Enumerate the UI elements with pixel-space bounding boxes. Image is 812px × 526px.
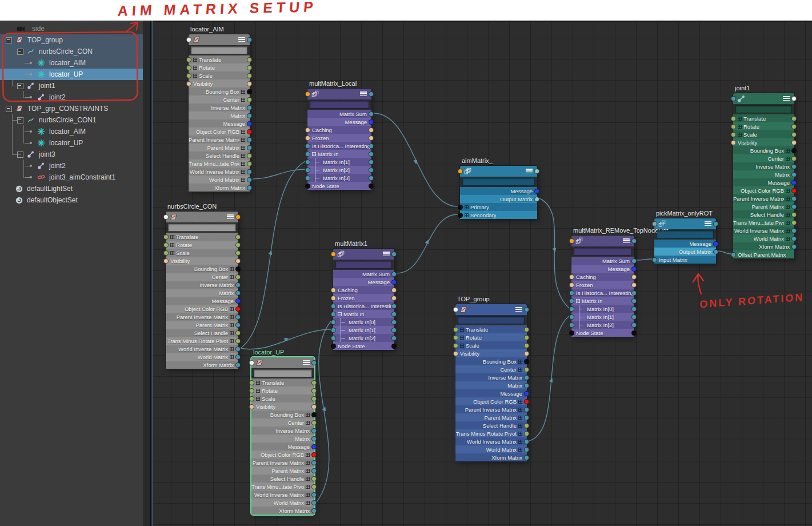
output-port[interactable]: [631, 314, 637, 320]
expand-icon[interactable]: [460, 328, 464, 332]
node-menu-icon[interactable]: [383, 252, 390, 257]
expand-icon[interactable]: [230, 275, 234, 279]
expand-icon[interactable]: [230, 267, 234, 271]
input-port[interactable]: [249, 360, 254, 365]
output-port[interactable]: [369, 119, 374, 125]
output-port[interactable]: [524, 307, 529, 312]
input-port[interactable]: [453, 335, 458, 340]
input-port[interactable]: [305, 136, 310, 141]
output-port[interactable]: [311, 492, 317, 497]
input-port[interactable]: [163, 214, 169, 220]
input-port[interactable]: [249, 396, 254, 401]
expand-icon[interactable]: [518, 360, 522, 364]
input-port[interactable]: [569, 330, 574, 336]
input-port[interactable]: [652, 257, 657, 262]
node-name-field[interactable]: [254, 369, 312, 377]
node-menu-icon[interactable]: [238, 37, 245, 42]
output-port[interactable]: [713, 249, 718, 254]
node-menu-icon[interactable]: [783, 96, 790, 101]
expand-icon[interactable]: [256, 397, 260, 401]
input-port[interactable]: [731, 252, 736, 257]
outliner-item-locator_UP[interactable]: locator_UP: [0, 69, 143, 80]
output-port[interactable]: [311, 484, 317, 489]
output-port[interactable]: [235, 362, 241, 368]
input-port[interactable]: [249, 404, 254, 409]
expand-icon[interactable]: [518, 424, 522, 428]
outliner-item-defaultLightSet[interactable]: defaultLightSet: [0, 183, 143, 194]
input-port[interactable]: [186, 81, 191, 86]
expand-icon[interactable]: [518, 416, 522, 420]
input-port[interactable]: [731, 96, 736, 101]
node-menu-icon[interactable]: [623, 238, 630, 244]
expand-icon[interactable]: [230, 323, 234, 327]
output-port[interactable]: [369, 152, 374, 157]
input-port[interactable]: [331, 336, 336, 341]
graph-node-multMatrix_REMove_TopNodeRot[interactable]: multMatrix_REMove_TopNodeRotMatrix SumMe…: [571, 236, 634, 337]
output-port[interactable]: [631, 322, 637, 328]
output-port[interactable]: [791, 220, 797, 225]
expand-collapse-icon[interactable]: [6, 106, 12, 112]
output-port[interactable]: [247, 73, 252, 78]
output-port[interactable]: [631, 330, 637, 336]
input-port[interactable]: [186, 37, 191, 42]
expand-icon[interactable]: [786, 229, 790, 233]
expand-icon[interactable]: [786, 237, 790, 241]
output-port[interactable]: [791, 228, 797, 233]
outliner-item-defaultObjectSet[interactable]: defaultObjectSet: [0, 194, 143, 206]
expand-collapse-icon[interactable]: [17, 152, 23, 158]
input-port[interactable]: [305, 127, 310, 133]
output-port[interactable]: [791, 164, 797, 169]
collapse-icon[interactable]: [312, 152, 316, 156]
input-port[interactable]: [731, 140, 736, 145]
graph-node-multMatrix_Local[interactable]: multMatrix_LocalMatrix SumMessageCaching…: [307, 89, 371, 190]
node-name-field[interactable]: [335, 261, 392, 269]
output-port[interactable]: [311, 360, 317, 365]
expand-icon[interactable]: [306, 485, 310, 489]
expand-icon[interactable]: [786, 221, 790, 225]
input-port[interactable]: [331, 304, 336, 309]
input-port[interactable]: [453, 307, 458, 312]
input-port[interactable]: [305, 176, 310, 181]
output-port[interactable]: [524, 359, 529, 364]
input-port[interactable]: [249, 388, 254, 393]
graph-node-aimMatrix_[interactable]: aimMatrix_MessageOutput MatrixPrimarySec…: [460, 166, 537, 219]
output-port[interactable]: [369, 160, 374, 165]
output-port[interactable]: [631, 258, 637, 264]
output-port[interactable]: [235, 322, 241, 328]
input-port[interactable]: [331, 288, 336, 293]
outliner-item-nurbsCircle_CON1[interactable]: nurbsCircle_CON1: [0, 114, 143, 126]
output-port[interactable]: [791, 244, 797, 249]
expand-icon[interactable]: [230, 347, 234, 351]
output-port[interactable]: [791, 188, 797, 193]
output-port[interactable]: [247, 177, 252, 182]
output-port[interactable]: [311, 460, 317, 465]
input-port[interactable]: [731, 124, 736, 129]
output-port[interactable]: [791, 132, 797, 137]
expand-icon[interactable]: [241, 162, 245, 166]
input-port[interactable]: [569, 282, 574, 288]
input-port[interactable]: [331, 328, 336, 333]
output-port[interactable]: [235, 290, 241, 296]
expand-icon[interactable]: [256, 381, 260, 385]
output-port[interactable]: [791, 116, 797, 121]
output-port[interactable]: [235, 330, 241, 336]
input-port[interactable]: [569, 314, 574, 320]
output-port[interactable]: [791, 148, 797, 153]
output-port[interactable]: [713, 241, 718, 246]
output-port[interactable]: [369, 176, 374, 181]
output-port[interactable]: [311, 380, 317, 385]
input-port[interactable]: [186, 73, 191, 78]
graph-node-locator_AIM[interactable]: locator_AIMTranslateRotateScaleVisibilit…: [189, 34, 250, 192]
output-port[interactable]: [311, 476, 317, 481]
node-header[interactable]: [333, 249, 394, 260]
expand-icon[interactable]: [786, 205, 790, 209]
node-name-field[interactable]: [574, 248, 632, 256]
output-port[interactable]: [369, 111, 374, 117]
outliner-item-TOP_grp_CONSTRAINTS[interactable]: TOP_grp_CONSTRAINTS: [0, 103, 143, 114]
expand-icon[interactable]: [786, 213, 790, 217]
input-port[interactable]: [458, 213, 463, 218]
output-port[interactable]: [791, 156, 797, 161]
input-port[interactable]: [652, 221, 657, 226]
output-port[interactable]: [391, 296, 397, 301]
expand-icon[interactable]: [241, 138, 245, 142]
